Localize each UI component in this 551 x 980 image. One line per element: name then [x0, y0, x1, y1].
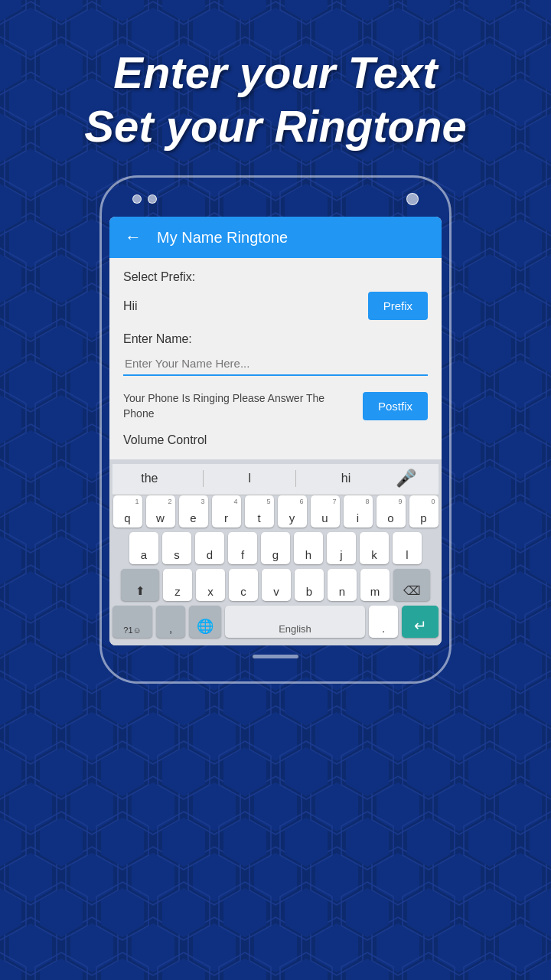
prefix-value: Hii: [123, 299, 138, 313]
key-p[interactable]: 0p: [409, 495, 439, 528]
phone-bottom-bar: [109, 645, 442, 658]
phone-camera: [406, 193, 419, 205]
key-o[interactable]: 9o: [377, 495, 406, 528]
postfix-row: Your Phone Is Ringing Please Answer The …: [123, 391, 428, 421]
home-indicator: [253, 655, 298, 658]
app-content: Select Prefix: Hii Prefix Enter Name: Yo…: [109, 258, 442, 459]
shift-key[interactable]: ⬆: [121, 569, 159, 601]
key-e[interactable]: 3e: [179, 495, 208, 528]
suggestion-l[interactable]: l: [242, 470, 257, 487]
key-f[interactable]: f: [228, 532, 257, 564]
key-i[interactable]: 8i: [344, 495, 373, 528]
app-header: Enter your Text Set your Ringtone: [0, 0, 551, 168]
key-v[interactable]: v: [262, 569, 291, 601]
key-row-2: a s d f g h j k l: [112, 532, 439, 564]
emoji-key[interactable]: ?1☺: [112, 606, 152, 638]
phone-frame: ← My Name Ringtone Select Prefix: Hii Pr…: [99, 175, 452, 684]
globe-key[interactable]: 🌐: [189, 606, 221, 638]
divider-1: [203, 470, 204, 487]
select-prefix-label: Select Prefix:: [123, 270, 428, 284]
key-a[interactable]: a: [129, 532, 158, 564]
phone-dots: [132, 194, 157, 204]
suggestion-the[interactable]: the: [135, 470, 164, 487]
app-toolbar: ← My Name Ringtone: [109, 217, 442, 258]
key-y[interactable]: 6y: [278, 495, 307, 528]
enter-key[interactable]: ↵: [402, 606, 439, 638]
mic-icon[interactable]: 🎤: [396, 469, 416, 488]
key-j[interactable]: j: [327, 532, 356, 564]
key-d[interactable]: d: [195, 532, 224, 564]
key-c[interactable]: c: [229, 569, 258, 601]
key-row-3: ⬆ z x c v b n m ⌫: [112, 569, 439, 601]
name-input[interactable]: [123, 352, 428, 374]
dot-key[interactable]: .: [369, 606, 398, 638]
enter-name-label: Enter Name:: [123, 332, 428, 346]
key-s[interactable]: s: [162, 532, 191, 564]
keyboard: the l hi 🎤 1q 2w 3e 4r 5t 6y 7u 8i 9o 0p: [109, 459, 442, 645]
phone-top-bar: [109, 193, 442, 217]
key-u[interactable]: 7u: [311, 495, 340, 528]
key-x[interactable]: x: [196, 569, 225, 601]
comma-key[interactable]: ,: [156, 606, 185, 638]
key-q[interactable]: 1q: [113, 495, 142, 528]
key-z[interactable]: z: [163, 569, 192, 601]
prefix-row: Hii Prefix: [123, 292, 428, 320]
volume-label: Volume Control: [123, 433, 428, 447]
divider-2: [295, 470, 296, 487]
name-input-wrapper: [123, 352, 428, 376]
key-row-1: 1q 2w 3e 4r 5t 6y 7u 8i 9o 0p: [112, 495, 439, 528]
key-w[interactable]: 2w: [146, 495, 175, 528]
key-n[interactable]: n: [328, 569, 357, 601]
app-screen: ← My Name Ringtone Select Prefix: Hii Pr…: [109, 217, 442, 645]
key-r[interactable]: 4r: [212, 495, 241, 528]
prefix-button[interactable]: Prefix: [368, 292, 428, 320]
key-m[interactable]: m: [360, 569, 390, 601]
back-button[interactable]: ←: [125, 227, 142, 247]
phone-dot-2: [148, 194, 157, 204]
backspace-key[interactable]: ⌫: [393, 569, 430, 601]
key-g[interactable]: g: [261, 532, 290, 564]
key-l[interactable]: l: [393, 532, 422, 564]
postfix-button[interactable]: Postfix: [363, 392, 428, 420]
app-title: My Name Ringtone: [157, 229, 288, 247]
key-row-4: ?1☺ , 🌐 English . ↵: [112, 606, 439, 638]
postfix-text: Your Phone Is Ringing Please Answer The …: [123, 391, 355, 421]
key-t[interactable]: 5t: [245, 495, 274, 528]
space-key[interactable]: English: [225, 606, 365, 638]
suggestion-hi[interactable]: hi: [335, 470, 357, 487]
phone-dot-1: [132, 194, 142, 204]
header-line1: Enter your Text: [0, 46, 551, 100]
key-b[interactable]: b: [295, 569, 324, 601]
header-line2: Set your Ringtone: [0, 100, 551, 153]
key-h[interactable]: h: [294, 532, 323, 564]
key-k[interactable]: k: [360, 532, 389, 564]
keyboard-suggestions: the l hi 🎤: [112, 464, 439, 495]
